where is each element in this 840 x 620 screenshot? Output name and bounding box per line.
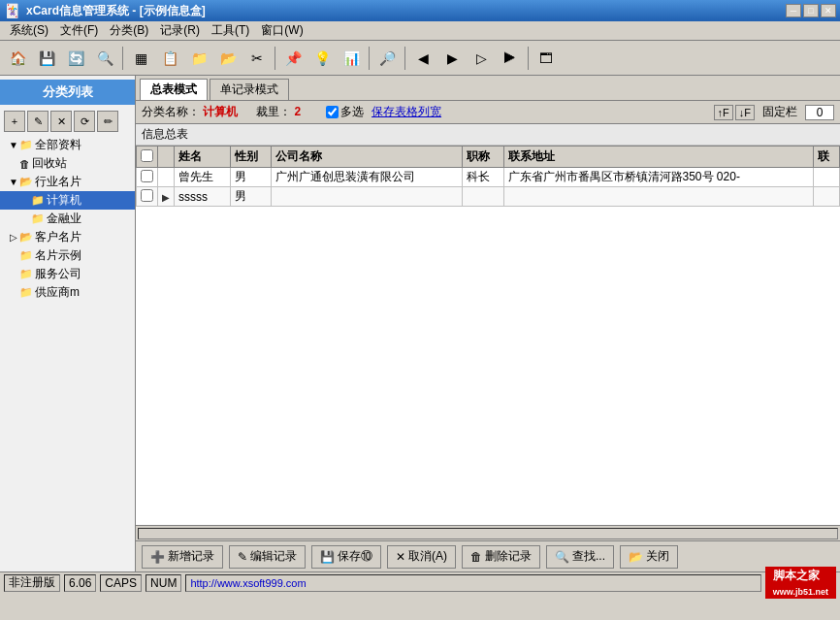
fixed-col-input[interactable] [805,105,834,120]
folder-icon-all: 📁 [19,139,33,151]
add-record-button[interactable]: ➕ 新增记录 [142,545,223,569]
delete-record-button[interactable]: 🗑 删除记录 [462,545,540,569]
th-name[interactable]: 姓名 [175,147,231,168]
sidebar-label-finance: 金融业 [47,211,81,227]
sidebar-item-all[interactable]: ▼ 📁 全部资料 [0,136,135,154]
main-area: 分类列表 + ✎ ✕ ⟳ ✏ ▼ 📁 全部资料 🗑 回收站 ▼ 📂 行业名片 📁 [0,76,840,571]
table-row[interactable]: ▶ sssss 男 [137,187,840,207]
toolbar-home[interactable]: 🏠 [4,45,31,72]
toolbar-search[interactable]: 🔍 [91,45,118,72]
sidebar-rename-btn[interactable]: ✏ [97,111,118,132]
th-gender[interactable]: 性别 [230,147,271,168]
count-label: 裁里： [256,105,291,118]
sidebar-label-examples: 名片示例 [35,247,81,264]
row-arrow-icon: ▶ [162,192,170,203]
toolbar-save[interactable]: 💾 [33,45,60,72]
toolbar-skip[interactable]: ⯈ [497,45,524,72]
sidebar-add-btn[interactable]: + [4,111,25,132]
folder-icon-supplier: 📁 [19,286,33,299]
menu-file[interactable]: 文件(F) [54,20,104,41]
maximize-button[interactable]: □ [803,4,819,17]
status-bar: 非注册版 6.06 CAPS NUM http://www.xsoft999.c… [0,571,840,593]
table-header-row: 姓名 性别 公司名称 职称 联系地址 联 [137,147,840,168]
th-extra[interactable]: 联 [813,147,839,168]
folder-icon-industry: 📂 [19,176,33,188]
edit-record-button[interactable]: ✎ 编辑记录 [229,545,306,569]
toolbar-pin[interactable]: 📌 [279,45,307,72]
toolbar-sep-1 [122,47,123,70]
toolbar-sep-5 [528,47,529,70]
row2-checkbox-cell[interactable] [137,187,158,207]
toolbar-folder[interactable]: 📁 [185,45,212,72]
status-url: http://www.xsoft999.com [185,574,760,592]
title-bar-buttons: ─ □ ✕ [786,4,836,17]
sidebar-label-recycle: 回收站 [32,155,67,172]
menu-tools[interactable]: 工具(T) [206,20,255,41]
multi-select-checkbox[interactable] [326,106,339,118]
toolbar-prev[interactable]: ◀ [409,45,436,72]
toolbar-light[interactable]: 💡 [308,45,336,72]
sidebar-item-computer[interactable]: 📁 计算机 [0,191,135,210]
toolbar-open[interactable]: 📂 [214,45,242,72]
toolbar-refresh[interactable]: 🔄 [62,45,89,72]
save-record-button[interactable]: 💾 保存⑩ [311,545,381,569]
select-all-checkbox[interactable] [141,149,153,162]
sidebar-item-supplier[interactable]: 📁 供应商m [0,283,135,302]
toolbar-window[interactable]: 🗔 [533,45,560,72]
sidebar-label-supplier: 供应商m [35,284,80,301]
sidebar-toolbar: + ✎ ✕ ⟳ ✏ [0,109,135,134]
menu-category[interactable]: 分类(B) [104,20,154,41]
table-area[interactable]: 姓名 性别 公司名称 职称 联系地址 联 曾先生 男 广州广通创思装潢有限公 [136,146,840,525]
sidebar-delete-btn[interactable]: ✕ [50,111,72,132]
toolbar-grid[interactable]: ▦ [127,45,154,72]
th-company[interactable]: 公司名称 [272,147,463,168]
th-address[interactable]: 联系地址 [503,147,813,168]
search-icon: 🔍 [555,550,569,564]
sidebar-item-industry[interactable]: ▼ 📂 行业名片 [0,173,135,191]
toolbar-forward[interactable]: ▷ [468,45,495,72]
sort-desc-btn[interactable]: ↓F [735,105,755,120]
cancel-record-button[interactable]: ✕ 取消(A) [387,545,456,569]
sidebar-item-customer[interactable]: ▷ 📂 客户名片 [0,228,135,246]
h-scrollbar-track[interactable] [138,528,838,539]
sidebar-edit-btn[interactable]: ✎ [27,111,48,132]
toolbar-chart[interactable]: 📊 [338,45,365,72]
close-record-button[interactable]: 📂 关闭 [620,545,678,569]
horizontal-scrollbar[interactable] [136,525,840,540]
th-title[interactable]: 职称 [463,147,503,168]
menu-window[interactable]: 窗口(W) [255,20,308,41]
th-arrow [158,147,175,168]
sidebar-refresh-btn[interactable]: ⟳ [74,111,95,132]
menu-system[interactable]: 系统(S) [4,20,54,41]
sort-asc-btn[interactable]: ↑F [714,105,733,120]
delete-icon: 🗑 [470,550,482,564]
toolbar-zoom-search[interactable]: 🔎 [373,45,401,72]
th-checkbox[interactable] [137,147,158,168]
close-button[interactable]: ✕ [821,4,836,17]
toolbar-sep-3 [369,47,370,70]
toolbar-copy[interactable]: 📋 [156,45,183,72]
multi-select-label[interactable]: 多选 [326,104,364,120]
row2-company [272,187,463,207]
tab-single[interactable]: 单记录模式 [210,79,289,100]
minimize-button[interactable]: ─ [786,4,801,17]
sidebar-item-service[interactable]: 📁 服务公司 [0,265,135,283]
menu-bar: 系统(S) 文件(F) 分类(B) 记录(R) 工具(T) 窗口(W) [0,21,840,41]
save-icon: 💾 [320,550,335,564]
toolbar-next[interactable]: ▶ [438,45,466,72]
row1-checkbox[interactable] [141,170,153,182]
toolbar-cut[interactable]: ✂ [243,45,271,72]
row2-checkbox[interactable] [141,189,153,202]
expand-icon-all: ▼ [8,140,19,150]
row1-checkbox-cell[interactable] [137,168,158,187]
folder-icon-computer: 📁 [31,194,45,207]
search-button[interactable]: 🔍 查找... [546,545,614,569]
save-width-link[interactable]: 保存表格列宽 [372,104,441,120]
sidebar-item-finance[interactable]: 📁 金融业 [0,210,135,228]
tab-summary[interactable]: 总表模式 [140,79,208,100]
folder-icon-service: 📁 [19,268,33,280]
sidebar-item-examples[interactable]: 📁 名片示例 [0,246,135,265]
sidebar-item-recycle[interactable]: 🗑 回收站 [0,154,135,173]
menu-record[interactable]: 记录(R) [154,20,206,41]
table-row[interactable]: 曾先生 男 广州广通创思装潢有限公司 科长 广东省广州市番禺区市桥镇清河路350… [137,168,840,187]
